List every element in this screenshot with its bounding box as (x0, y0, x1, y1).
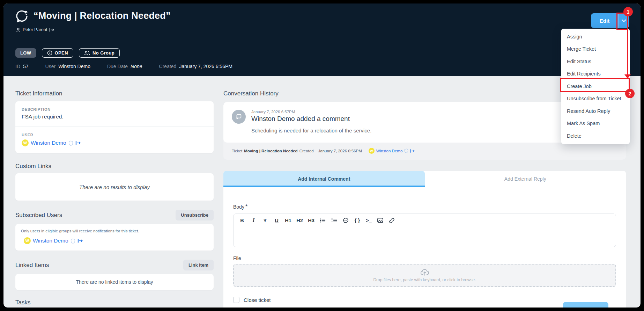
header-title-row: “Moving | Relocation Needed” Peter Paren… (3, 3, 641, 40)
bullet-list-button[interactable] (317, 215, 328, 226)
underline-button[interactable]: U (271, 215, 282, 226)
open-link-arrow-icon[interactable] (49, 28, 54, 32)
event-prefix: Ticket (232, 149, 242, 153)
bullet-list-icon (320, 218, 326, 223)
close-ticket-label: Close ticket (244, 297, 271, 303)
tab-add-internal-comment[interactable]: Add Internal Comment (223, 171, 425, 187)
page-title: “Moving | Relocation Needed” (34, 10, 171, 21)
dropzone-text: Drop files here, paste with keyboard, or… (373, 277, 476, 282)
composer-panel: Body* B I Ŧ U H1 H2 H3 (223, 187, 626, 303)
open-link-arrow-icon[interactable] (410, 149, 415, 153)
insert-link-button[interactable] (386, 215, 398, 226)
menu-item-assign[interactable]: Assign (561, 30, 630, 43)
ordered-list-button[interactable] (328, 215, 340, 226)
annotation-step-1: 1 (623, 7, 633, 16)
comment-bubble-button[interactable] (340, 215, 351, 226)
subscribed-users-heading: Subscribed Users (15, 212, 62, 219)
open-link-arrow-icon[interactable] (75, 140, 81, 145)
submit-comment-button[interactable] (563, 302, 608, 308)
status-badge[interactable]: OPEN (42, 48, 73, 58)
app-window: “Moving | Relocation Needed” Peter Paren… (3, 3, 641, 308)
custom-links-empty-message: There are no results to display (79, 184, 150, 190)
description-label: DESCRIPTION (22, 107, 207, 111)
link-icon (389, 218, 395, 223)
meta-due-date: Due Date None (107, 64, 142, 69)
close-ticket-row: Close ticket (233, 297, 616, 303)
tab-add-external-reply[interactable]: Add External Reply (425, 171, 626, 187)
editor-toolbar: B I Ŧ U H1 H2 H3 (234, 214, 616, 227)
custom-links-heading: Custom Links (15, 163, 214, 170)
description-value: FSA job required. (22, 114, 207, 120)
comment-timestamp: January 7, 2026 6:57PM (251, 110, 371, 114)
italic-button[interactable]: I (248, 215, 259, 226)
tasks-heading: Tasks (15, 299, 214, 306)
meta-created: Created January 7, 2026 6:56PM (159, 64, 232, 69)
menu-item-resend-auto-reply[interactable]: Resend Auto Reply (561, 105, 630, 117)
avatar: W (369, 148, 375, 154)
image-icon (377, 218, 383, 223)
avatar: W (22, 139, 29, 146)
linked-items-header: Linked Items Link Item (15, 260, 214, 270)
menu-item-edit-status[interactable]: Edit Status (561, 55, 630, 68)
requester-row: Peter Parent (16, 27, 54, 32)
code-braces-button[interactable]: { } (351, 215, 363, 226)
badge-row: LOW OPEN No Group (15, 48, 120, 58)
ticket-information-card: DESCRIPTION FSA job required. USER W Win… (15, 101, 214, 153)
user-section: USER W Winston Demo (15, 126, 214, 153)
menu-item-merge-ticket[interactable]: Merge Ticket (561, 43, 630, 56)
insert-image-button[interactable] (375, 215, 386, 226)
ticket-header: “Moving | Relocation Needed” Peter Paren… (3, 3, 641, 76)
shield-icon (404, 149, 408, 153)
ticket-sidebar: Ticket Information DESCRIPTION FSA job r… (15, 76, 214, 306)
comment-type-icon (232, 110, 246, 124)
strikethrough-button[interactable]: Ŧ (259, 215, 271, 226)
event-ticket-name: Moving | Relocation Needed (244, 149, 297, 153)
annotation-arrow-line (627, 30, 628, 75)
ticket-meta-row: ID 57 User Winston Demo Due Date None Cr… (15, 64, 232, 69)
group-icon (84, 50, 90, 56)
composer-tabbar: Add Internal Comment Add External Reply (223, 171, 626, 187)
heading1-button[interactable]: H1 (282, 215, 294, 226)
link-item-button[interactable]: Link Item (183, 260, 214, 270)
annotation-step-2: 2 (625, 89, 635, 98)
terminal-button[interactable]: >_ (363, 215, 375, 226)
meta-user: User Winston Demo (45, 64, 90, 69)
status-badge-label: OPEN (55, 50, 68, 56)
event-user-link[interactable]: Winston Demo (376, 149, 402, 153)
ordered-list-icon (331, 218, 337, 223)
body-editor-input[interactable] (234, 227, 616, 247)
menu-item-unsubscribe-from-ticket[interactable]: Unsubscribe from Ticket (561, 93, 630, 105)
user-label: USER (22, 133, 207, 137)
close-ticket-checkbox[interactable] (233, 297, 239, 303)
user-link[interactable]: Winston Demo (31, 140, 66, 146)
annotation-box-create-job (560, 78, 630, 92)
unsubscribe-button[interactable]: Unsubscribe (176, 210, 214, 220)
upload-cloud-icon (420, 268, 429, 276)
priority-badge: LOW (15, 48, 36, 58)
heading3-button[interactable]: H3 (305, 215, 317, 226)
body-label: Body (233, 204, 244, 210)
file-dropzone[interactable]: Drop files here, paste with keyboard, or… (233, 264, 616, 287)
group-badge-label: No Group (92, 50, 114, 56)
required-marker: * (245, 204, 247, 210)
menu-item-delete[interactable]: Delete (561, 130, 630, 142)
comment-title: Winston Demo added a comment (251, 115, 371, 123)
open-link-arrow-icon[interactable] (77, 238, 83, 243)
subscribed-user-link[interactable]: Winston Demo (33, 238, 68, 244)
subscribed-users-header: Subscribed Users Unsubscribe (15, 210, 214, 220)
custom-links-card: There are no results to display (15, 173, 214, 201)
comment-bubble-icon (343, 218, 349, 223)
ticket-created-event: Ticket Moving | Relocation Needed Create… (223, 143, 626, 160)
group-badge[interactable]: No Group (79, 48, 120, 58)
subscribed-users-card: Only users in eligible groups will recei… (15, 224, 214, 251)
shield-icon (71, 238, 75, 244)
menu-item-mark-as-spam[interactable]: Mark As Spam (561, 117, 630, 130)
linked-items-empty-message: There are no linked items to display (76, 279, 153, 285)
bold-button[interactable]: B (236, 215, 248, 226)
event-timestamp: January 7, 2026 6:56PM (318, 149, 362, 153)
subscribed-users-note: Only users in eligible groups will recei… (21, 229, 208, 233)
info-icon (47, 50, 52, 56)
edit-button[interactable]: Edit (591, 13, 618, 28)
description-section: DESCRIPTION FSA job required. (15, 101, 214, 126)
heading2-button[interactable]: H2 (294, 215, 305, 226)
